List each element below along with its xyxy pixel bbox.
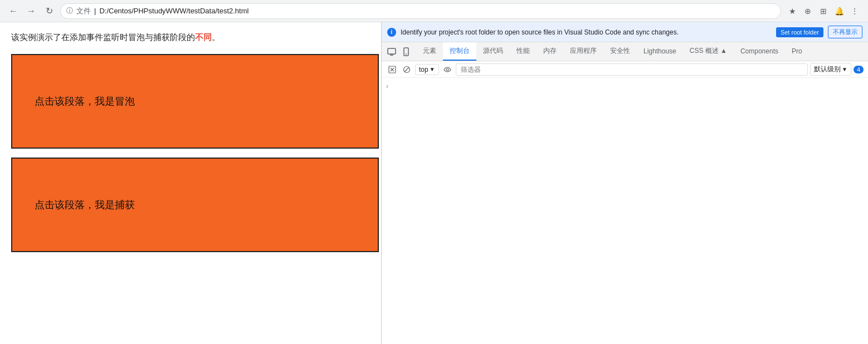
bubble-box-text: 点击该段落，我是冒泡 — [35, 95, 135, 108]
context-dropdown[interactable]: top ▼ — [415, 64, 439, 75]
level-dropdown[interactable]: 默认级别 ▼ — [810, 63, 851, 76]
tab-sources[interactable]: 源代码 — [476, 42, 510, 61]
info-icon: ⓘ — [66, 6, 73, 16]
set-root-button[interactable]: Set root folder — [776, 27, 823, 37]
svg-rect-0 — [388, 48, 396, 54]
devtools-tabs: 元素 控制台 源代码 性能 内存 应用程序 安全性 Lighthouse — [382, 42, 868, 61]
mobile-toggle-icon[interactable] — [399, 45, 413, 58]
main-layout: 该实例演示了在添加事件监听时冒泡与捕获阶段的不同。 点击该段落，我是冒泡 点击该… — [0, 22, 868, 344]
svg-point-10 — [446, 68, 448, 71]
bubble-box[interactable]: 点击该段落，我是冒泡 — [11, 54, 379, 149]
console-toolbar: top ▼ 默认级别 ▼ 4 — [382, 61, 868, 78]
info-circle-icon: i — [387, 28, 396, 37]
tab-icon-group — [382, 45, 416, 58]
tab-performance[interactable]: 性能 — [510, 42, 537, 61]
svg-line-9 — [404, 67, 409, 72]
tab-security[interactable]: 安全性 — [603, 42, 637, 61]
svg-rect-3 — [404, 48, 408, 56]
message-count-badge: 4 — [854, 66, 864, 73]
address-bar[interactable]: ⓘ 文件 | D:/Centos/PHPstudyWWW/testData/te… — [60, 3, 781, 19]
desc-end: 。 — [212, 32, 220, 42]
ban-button[interactable] — [401, 63, 413, 76]
bookmark-button[interactable]: ★ — [786, 4, 799, 18]
file-label: 文件 — [76, 6, 91, 16]
tab-application[interactable]: 应用程序 — [563, 42, 603, 61]
tab-css[interactable]: CSS 概述 ▲ — [683, 42, 734, 61]
tab-pro[interactable]: Pro — [785, 42, 809, 61]
devtools-panel: i Identify your project's root folder to… — [382, 22, 868, 344]
console-area[interactable]: › — [382, 78, 868, 344]
desc-text: 该实例演示了在添加事件监听时冒泡与捕获阶段的 — [11, 32, 195, 42]
clear-console-button[interactable] — [386, 63, 398, 76]
tab-elements[interactable]: 元素 — [416, 42, 443, 61]
window-button[interactable]: ⊞ — [817, 4, 830, 18]
reload-button[interactable]: ↻ — [42, 4, 56, 18]
browser-chrome: ← → ↻ ⓘ 文件 | D:/Centos/PHPstudyWWW/testD… — [0, 0, 868, 22]
address-text: D:/Centos/PHPstudyWWW/testData/test2.htm… — [99, 7, 248, 15]
info-message: Identify your project's root folder to o… — [401, 28, 772, 36]
tab-memory[interactable]: 内存 — [537, 42, 563, 61]
info-bar: i Identify your project's root folder to… — [382, 22, 868, 42]
capture-box-text: 点击该段落，我是捕获 — [35, 198, 135, 212]
forward-button[interactable]: → — [25, 4, 38, 18]
top-label: top — [419, 66, 428, 73]
dismiss-button[interactable]: 不再显示 — [828, 26, 862, 38]
notification-button[interactable]: 🔔 — [832, 4, 846, 18]
console-chevron-icon[interactable]: › — [386, 82, 388, 90]
eye-button[interactable] — [441, 63, 453, 76]
separator: | — [94, 7, 96, 15]
menu-button[interactable]: ⋮ — [848, 4, 861, 18]
tab-components[interactable]: Components — [734, 42, 785, 61]
profile-button[interactable]: ⊕ — [801, 4, 815, 18]
level-arrow: ▼ — [842, 66, 847, 72]
page-description: 该实例演示了在添加事件监听时冒泡与捕获阶段的不同。 — [11, 31, 370, 44]
tab-console[interactable]: 控制台 — [443, 42, 476, 61]
tab-lighthouse[interactable]: Lighthouse — [637, 42, 683, 61]
level-label: 默认级别 — [814, 65, 841, 74]
page-content: 该实例演示了在添加事件监听时冒泡与捕获阶段的不同。 点击该段落，我是冒泡 点击该… — [0, 22, 382, 344]
highlight-text: 不同 — [195, 32, 212, 42]
capture-box[interactable]: 点击该段落，我是捕获 — [11, 158, 379, 252]
filter-input[interactable] — [456, 63, 808, 76]
browser-actions: ★ ⊕ ⊞ 🔔 ⋮ — [786, 4, 861, 18]
screen-toggle-icon[interactable] — [385, 45, 398, 58]
back-button[interactable]: ← — [7, 4, 20, 18]
dropdown-arrow: ▼ — [430, 66, 435, 72]
